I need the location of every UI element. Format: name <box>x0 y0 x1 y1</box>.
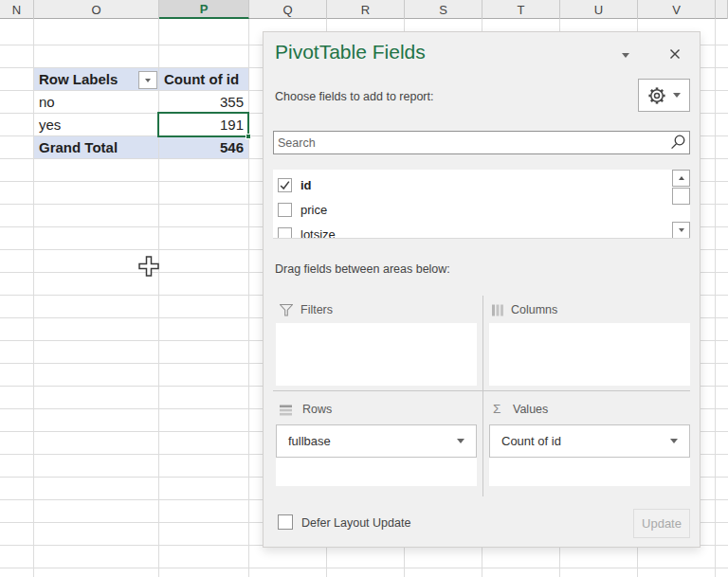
column-header-r[interactable]: R <box>327 0 405 19</box>
excel-worksheet: N O P Q R S T U V Row Labels Count of id… <box>0 0 728 577</box>
column-header-row: N O P Q R S T U V <box>0 0 728 19</box>
column-header-stub <box>716 0 728 19</box>
field-item-id[interactable]: id <box>273 173 312 196</box>
areas-vertical-divider <box>482 296 483 496</box>
values-field-pill[interactable]: Count of id <box>489 424 690 458</box>
panel-title: PivotTable Fields <box>275 41 426 63</box>
search-icon[interactable] <box>668 134 686 152</box>
excel-cell-cursor <box>138 256 159 278</box>
close-icon[interactable] <box>668 47 682 61</box>
columns-area-label: Columns <box>511 303 557 316</box>
pill-dropdown-icon[interactable] <box>670 439 678 443</box>
values-area-label: Values <box>513 403 548 416</box>
column-header-v[interactable]: V <box>638 0 716 19</box>
pivot-grand-total-label[interactable]: Grand Total <box>34 136 158 158</box>
tools-gear-button[interactable] <box>638 79 690 112</box>
active-cell-selection-border <box>157 112 249 137</box>
filter-dropdown-icon <box>145 79 151 82</box>
rows-field-pill[interactable]: fullbase <box>276 424 477 458</box>
column-header-n[interactable]: N <box>0 0 34 19</box>
fill-handle[interactable] <box>246 134 251 139</box>
columns-icon <box>492 304 504 316</box>
gridline-v <box>248 19 249 577</box>
panel-options-chevron-icon[interactable] <box>622 53 629 58</box>
search-input[interactable] <box>274 132 668 153</box>
search-box[interactable] <box>273 131 690 154</box>
drag-fields-label: Drag fields between areas below: <box>275 262 450 276</box>
gear-dropdown-icon <box>673 93 681 98</box>
column-header-o[interactable]: O <box>34 0 159 19</box>
field-checkbox-checked[interactable] <box>278 178 292 192</box>
field-name[interactable]: id <box>300 178 312 192</box>
columns-dropzone[interactable] <box>489 323 690 386</box>
pill-dropdown-icon[interactable] <box>457 439 464 443</box>
field-checkbox[interactable] <box>278 203 292 217</box>
choose-fields-label: Choose fields to add to report: <box>275 90 433 103</box>
scroll-up-button[interactable] <box>672 170 690 187</box>
values-field-pill-label: Count of id <box>501 434 561 448</box>
filters-dropzone[interactable] <box>276 323 477 386</box>
pivot-row-label[interactable]: no <box>34 91 158 113</box>
update-button-disabled[interactable]: Update <box>633 509 690 538</box>
field-item-price[interactable]: price <box>273 198 327 221</box>
scroll-up-icon <box>679 176 684 180</box>
pivot-row-value[interactable]: 355 <box>159 91 248 113</box>
gear-icon <box>647 86 666 105</box>
pivot-row-label[interactable]: yes <box>34 114 158 135</box>
field-checkbox[interactable] <box>278 227 292 240</box>
field-name[interactable]: price <box>300 203 327 217</box>
scroll-down-button[interactable] <box>672 222 690 239</box>
field-list-scrollbar[interactable] <box>672 170 690 239</box>
column-header-t[interactable]: T <box>482 0 560 19</box>
column-header-p-selected[interactable]: P <box>159 0 249 19</box>
rows-area-label: Rows <box>302 403 332 416</box>
pivot-values-header[interactable]: Count of id <box>159 68 248 90</box>
field-name[interactable]: lotsize <box>300 227 336 240</box>
filter-funnel-icon <box>280 304 293 316</box>
checkmark-icon <box>279 179 291 191</box>
pivottable-fields-panel: PivotTable Fields Choose fields to add t… <box>263 31 701 548</box>
defer-layout-label: Defer Layout Update <box>301 516 410 530</box>
defer-layout-checkbox[interactable] <box>278 514 293 530</box>
gridline-v <box>715 19 716 577</box>
areas-horizontal-divider <box>273 390 690 391</box>
scroll-down-icon <box>679 228 684 232</box>
column-header-s[interactable]: S <box>405 0 482 19</box>
scrollbar-thumb[interactable] <box>672 188 690 205</box>
column-header-q[interactable]: Q <box>249 0 327 19</box>
pivot-grand-total-value[interactable]: 546 <box>159 136 248 158</box>
rows-field-pill-label: fullbase <box>288 434 331 448</box>
rows-icon <box>280 405 292 416</box>
column-header-u[interactable]: U <box>560 0 638 19</box>
field-item-lotsize[interactable]: lotsize <box>273 223 336 239</box>
sigma-icon: Σ <box>493 402 500 416</box>
filters-area-label: Filters <box>300 303 333 316</box>
field-list: id price lotsize <box>273 170 690 239</box>
row-labels-filter-button[interactable] <box>138 71 157 89</box>
